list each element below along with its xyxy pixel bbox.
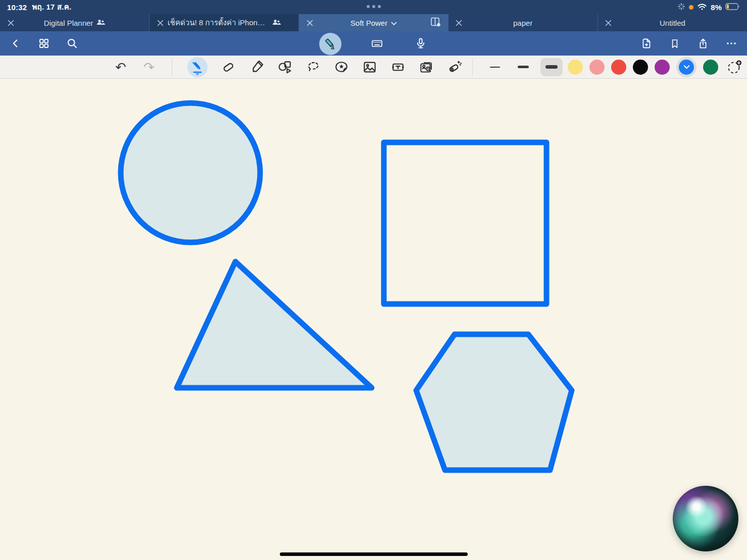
network-activity-icon	[677, 3, 685, 12]
bookmark-button[interactable]	[667, 36, 682, 51]
tab-title: Soft Power	[351, 19, 387, 27]
tab-bar: Digital Planner เช็คด่วน! 8 การตั้งค่า i…	[0, 14, 747, 31]
color-green[interactable]	[703, 60, 718, 75]
goodnotes-app: 10:32 พฤ. 17 ส.ค. 8%	[0, 0, 747, 560]
battery-percent: 8%	[711, 3, 722, 12]
back-button[interactable]	[8, 36, 23, 51]
tools-row: ↶ ↷	[0, 56, 747, 79]
chevron-down-icon	[683, 65, 690, 69]
toolbar-divider	[472, 59, 473, 76]
status-bar: 10:32 พฤ. 17 ส.ค. 8%	[0, 0, 747, 14]
battery-icon	[725, 3, 740, 12]
close-tab-icon[interactable]	[6, 18, 16, 28]
tab-title: Digital Planner	[44, 19, 93, 27]
color-salmon[interactable]	[589, 60, 605, 75]
document-toolbar	[0, 31, 747, 56]
color-yellow[interactable]	[568, 60, 583, 75]
chevron-down-icon[interactable]	[391, 19, 397, 27]
tab-paper[interactable]: paper	[449, 14, 598, 31]
tab-title: เช็คด่วน! 8 การตั้งค่า iPhone…	[168, 17, 269, 29]
close-tab-icon[interactable]	[604, 18, 614, 28]
add-color-button[interactable]	[727, 60, 742, 75]
tab-title: Untitled	[660, 19, 685, 27]
tab-title: paper	[513, 19, 532, 27]
drawn-shapes-layer	[0, 79, 747, 560]
status-right: 8%	[677, 3, 740, 12]
search-button[interactable]	[65, 36, 80, 51]
image-tool[interactable]	[362, 60, 377, 75]
tab-untitled[interactable]: Untitled	[598, 14, 747, 31]
text-tool[interactable]	[390, 60, 406, 75]
toolbar-divider	[172, 59, 172, 76]
pen-tool-selected[interactable]	[187, 57, 208, 77]
color-red[interactable]	[611, 60, 626, 75]
shared-people-icon	[96, 19, 105, 27]
keyboard-mode-button[interactable]	[370, 36, 385, 51]
tab-iphone-settings[interactable]: เช็คด่วน! 8 การตั้งค่า iPhone…	[150, 14, 299, 31]
tab-soft-power[interactable]: Soft Power	[299, 14, 448, 31]
notebook-canvas[interactable]	[0, 79, 747, 560]
color-black[interactable]	[633, 60, 648, 75]
drawn-square[interactable]	[384, 142, 546, 304]
color-palette	[568, 57, 742, 77]
undo-button[interactable]: ↶	[113, 60, 128, 75]
siri-orb[interactable]	[673, 486, 738, 551]
mic-in-use-indicator	[689, 5, 693, 10]
color-blue[interactable]	[679, 60, 694, 75]
thickness-thin[interactable]	[484, 58, 506, 76]
status-date: พฤ. 17 ส.ค.	[32, 1, 71, 13]
drawn-circle[interactable]	[121, 103, 260, 242]
thumbnails-grid-button[interactable]	[36, 36, 52, 51]
highlighter-tool[interactable]	[249, 60, 264, 75]
color-purple[interactable]	[655, 60, 670, 75]
clock: 10:32	[7, 3, 27, 12]
more-options-button[interactable]	[724, 36, 739, 51]
close-tab-icon[interactable]	[454, 18, 464, 28]
thickness-medium[interactable]	[512, 58, 534, 76]
drawn-triangle[interactable]	[177, 262, 372, 388]
share-button[interactable]	[695, 36, 711, 51]
close-tab-icon[interactable]	[155, 18, 165, 28]
eraser-tool[interactable]	[221, 60, 236, 75]
redo-button[interactable]: ↷	[141, 60, 157, 75]
close-tab-icon[interactable]	[305, 18, 315, 28]
stickers-tool[interactable]	[334, 60, 349, 75]
home-indicator[interactable]	[280, 552, 468, 556]
tab-digital-planner[interactable]: Digital Planner	[0, 14, 150, 31]
stroke-thickness-group	[484, 58, 563, 76]
lasso-tool[interactable]	[306, 60, 321, 75]
color-blue-selected[interactable]	[676, 57, 696, 77]
drawn-hexagon[interactable]	[416, 334, 572, 470]
page-overview-icon[interactable]	[430, 17, 441, 29]
dictation-mic-button[interactable]	[413, 36, 428, 51]
status-left: 10:32 พฤ. 17 ส.ค.	[7, 1, 71, 13]
pen-mode-button[interactable]	[319, 33, 341, 55]
thickness-thick-selected[interactable]	[540, 58, 563, 76]
wifi-icon	[697, 3, 707, 12]
magic-wand-tool[interactable]	[447, 60, 462, 75]
multitask-indicator[interactable]	[367, 5, 381, 8]
photo-search-tool[interactable]	[419, 60, 434, 75]
add-page-button[interactable]	[639, 36, 654, 51]
shapes-tool[interactable]	[277, 60, 292, 75]
shared-people-icon	[272, 19, 281, 27]
